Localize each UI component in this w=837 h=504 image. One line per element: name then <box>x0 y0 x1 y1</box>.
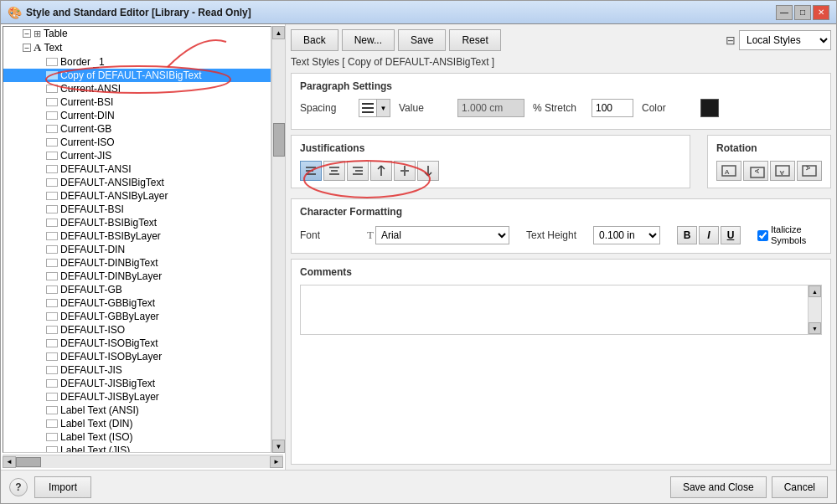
tree-label: Label Text (DIN) <box>60 418 132 429</box>
tree-label: Current-BSI <box>60 96 113 108</box>
save-close-button[interactable]: Save and Close <box>670 476 767 498</box>
font-dropdown[interactable]: Arial <box>375 226 509 244</box>
justify-right-button[interactable] <box>347 161 369 181</box>
tree-item-default-bsi[interactable]: DEFAULT-BSI <box>3 203 271 216</box>
tree-item-text[interactable]: – A Text <box>3 40 271 55</box>
tree-label: Current-DIN <box>60 110 115 121</box>
paragraph-header: Paragraph Settings <box>300 80 822 92</box>
justification-group <box>300 161 681 181</box>
tree-item-default-isobylayer[interactable]: DEFAULT-ISOByLayer <box>3 350 271 363</box>
minimize-button[interactable]: — <box>776 5 793 20</box>
rotate-0-button[interactable]: A <box>716 161 741 181</box>
tree-label: Current-ANSI <box>60 83 121 95</box>
tree-item-default-isobigtext[interactable]: DEFAULT-ISOBigText <box>3 337 271 350</box>
tree-item-default-ansibylayer[interactable]: DEFAULT-ANSIByLayer <box>3 189 271 203</box>
justify-bottom-button[interactable] <box>417 161 439 181</box>
tree-item-default-bsibigtext[interactable]: DEFAULT-BSIBigText <box>3 216 271 229</box>
justify-top-button[interactable] <box>370 161 392 181</box>
tree-item-default-dinbylayer[interactable]: DEFAULT-DINByLayer <box>3 270 271 283</box>
tree-item-default-jis[interactable]: DEFAULT-JIS <box>3 363 271 377</box>
reset-button[interactable]: Reset <box>449 29 500 51</box>
scroll-down-arrow[interactable]: ▼ <box>272 440 285 453</box>
maximize-button[interactable]: □ <box>794 5 811 20</box>
tree-item-label-ansi[interactable]: Label Text (ANSI) <box>3 404 271 417</box>
tree-label: DEFAULT-ANSIBigText <box>60 177 164 188</box>
tree-item-default-ansibigtext[interactable]: DEFAULT-ANSIBigText <box>3 176 271 189</box>
tree-item-default-iso[interactable]: DEFAULT-ISO <box>3 323 271 337</box>
scroll-up[interactable]: ▲ <box>809 285 821 297</box>
comments-textarea[interactable] <box>301 285 808 334</box>
spacing-label: Spacing <box>300 102 350 114</box>
spacing-dropdown-arrow[interactable]: ▼ <box>377 99 390 117</box>
help-button[interactable]: ? <box>9 478 28 496</box>
tree-item-current-jis[interactable]: Current-JIS <box>3 149 271 162</box>
tree-item-default-jisbylayer[interactable]: DEFAULT-JISByLayer <box>3 390 271 404</box>
justify-center-button[interactable] <box>323 161 345 181</box>
leaf-icon <box>46 232 58 240</box>
tree-item-default-din[interactable]: DEFAULT-DIN <box>3 243 271 256</box>
tree-label: Current-JIS <box>60 150 111 162</box>
tree-item-current-gb[interactable]: Current-GB <box>3 122 271 136</box>
horizontal-scrollbar[interactable]: ◄ ► <box>3 455 283 468</box>
color-swatch[interactable] <box>700 99 719 117</box>
scroll-down[interactable]: ▼ <box>809 322 821 334</box>
tree-item-current-iso[interactable]: Current-ISO <box>3 136 271 149</box>
import-button[interactable]: Import <box>34 476 91 498</box>
tree-item-default-jisbigtext[interactable]: DEFAULT-JISBigText <box>3 377 271 390</box>
underline-button[interactable]: U <box>721 226 741 244</box>
scroll-left-arrow[interactable]: ◄ <box>3 456 16 468</box>
styles-dropdown[interactable]: Local Styles All Styles <box>739 30 831 50</box>
format-buttons: B I U <box>677 226 741 244</box>
cancel-button[interactable]: Cancel <box>772 476 828 498</box>
new-button[interactable]: New... <box>342 29 395 51</box>
tree-label: DEFAULT-DINBigText <box>60 257 158 269</box>
close-button[interactable]: ✕ <box>813 5 829 20</box>
scroll-track[interactable] <box>809 297 821 322</box>
scroll-thumb[interactable] <box>273 123 285 157</box>
tree-item-label-iso[interactable]: Label Text (ISO) <box>3 430 271 444</box>
bold-button[interactable]: B <box>677 226 697 244</box>
tree-item-default-ansi[interactable]: DEFAULT-ANSI <box>3 162 271 176</box>
leaf-icon <box>46 178 58 187</box>
tree-item-default-bsibylayer[interactable]: DEFAULT-BSIByLayer <box>3 229 271 243</box>
spacing-control: ▼ <box>359 99 390 117</box>
scroll-h-thumb[interactable] <box>16 457 41 467</box>
font-label: Font <box>300 229 350 241</box>
rotate-90-button[interactable]: A <box>743 161 768 181</box>
tree-item-current-ansi[interactable]: Current-ANSI <box>3 82 271 95</box>
back-button[interactable]: Back <box>291 29 338 51</box>
tree-item-default-dinbigtext[interactable]: DEFAULT-DINBigText <box>3 256 271 270</box>
character-header: Character Formatting <box>300 206 822 218</box>
tree-item-default-gbbigtext[interactable]: DEFAULT-GBBigText <box>3 296 271 310</box>
rotate-270-button[interactable]: A <box>797 161 822 181</box>
stretch-input[interactable] <box>592 99 633 117</box>
value-input[interactable] <box>457 99 524 117</box>
scroll-h-track[interactable] <box>16 457 270 467</box>
italicize-group: ItalicizeSymbols <box>757 224 806 246</box>
expand-icon[interactable]: – <box>23 29 31 38</box>
tree-item-current-din[interactable]: Current-DIN <box>3 109 271 122</box>
tree-item-label-din[interactable]: Label Text (DIN) <box>3 417 271 430</box>
tree-item-table[interactable]: – ⊞ Table <box>3 27 271 40</box>
rotate-180-button[interactable]: A <box>770 161 795 181</box>
justify-left-button[interactable] <box>300 161 322 181</box>
tree-item-copy-default[interactable]: Copy of DEFAULT-ANSIBigText <box>3 69 271 82</box>
justify-middle-button[interactable] <box>394 161 416 181</box>
scroll-right-arrow[interactable]: ► <box>270 456 283 468</box>
tree-item-border1[interactable]: Border _1 <box>3 55 271 69</box>
scroll-track[interactable] <box>272 39 285 440</box>
section-title: Text Styles [ Copy of DEFAULT-ANSIBigTex… <box>291 56 831 68</box>
vertical-scrollbar[interactable]: ▲ ▼ <box>271 26 285 453</box>
tree-item-label-jis[interactable]: Label Text (JIS) <box>3 444 271 453</box>
tree-item-default-gbbylayer[interactable]: DEFAULT-GBByLayer <box>3 310 271 323</box>
tree-wrapper[interactable]: – ⊞ Table – A Text <box>3 26 271 453</box>
expand-icon[interactable]: – <box>23 44 31 52</box>
italic-button[interactable]: I <box>699 226 719 244</box>
stretch-label: % Stretch <box>533 102 583 114</box>
italicize-checkbox[interactable] <box>757 230 768 241</box>
scroll-up-arrow[interactable]: ▲ <box>272 26 285 39</box>
save-button[interactable]: Save <box>398 29 446 51</box>
height-dropdown[interactable]: 0.100 in <box>593 226 660 244</box>
tree-item-default-gb[interactable]: DEFAULT-GB <box>3 283 271 296</box>
tree-item-current-bsi[interactable]: Current-BSI <box>3 95 271 109</box>
